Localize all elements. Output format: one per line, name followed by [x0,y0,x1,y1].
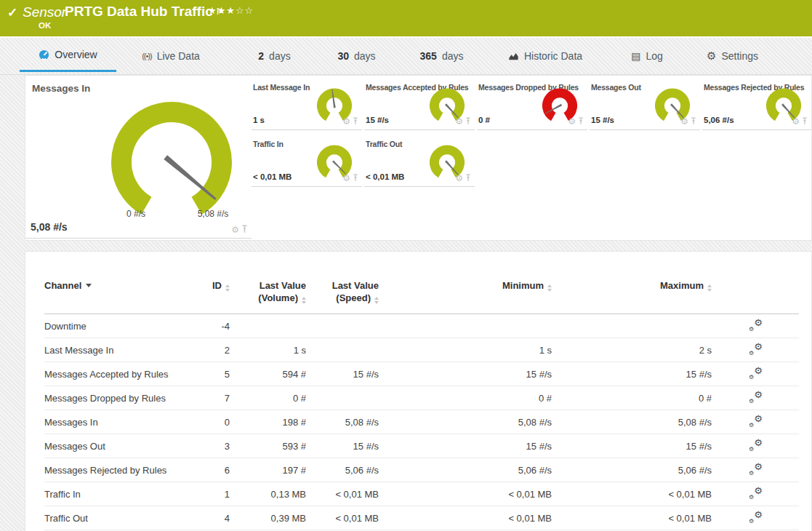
sort-icon [547,284,552,292]
table-row[interactable]: Messages In 0 198 # 5,08 #/s 5,08 #/s 5,… [44,410,799,434]
table-row[interactable]: Messages Rejected by Rules 6 197 # 5,06 … [44,458,799,482]
channel-settings-icon[interactable]: ⚙⚙ [748,391,763,403]
last-value-speed: 5,06 #/s [306,458,379,482]
gauge-value: 15 #/s [366,116,389,124]
last-value-volume: 197 # [230,458,306,482]
gauge-cell-messages-dropped[interactable]: Messages Dropped by Rules 0 # ⚙ [477,76,587,130]
channel-gear-icon[interactable]: ⚙ [680,117,688,126]
minimum-value: 15 #/s [379,434,552,458]
maximum-value: < 0,01 MB [552,506,712,530]
column-header-channel[interactable]: Channel [44,279,186,314]
table-row[interactable]: Messages Out 3 593 # 15 #/s 15 #/s 15 #/… [44,434,799,458]
tab-30-days[interactable]: 30days [322,39,391,72]
channel-settings-icon[interactable]: ⚙⚙ [748,463,763,475]
tab-historic-data[interactable]: Historic Data [502,39,589,72]
column-label-2: (Speed) [336,292,371,303]
column-label: Last Value [260,280,306,291]
status-check-icon: ✓ [7,5,17,20]
channel-gear-icon[interactable]: ⚙ [455,174,463,183]
column-header-last-value-speed[interactable]: Last Value(Speed) [306,279,379,314]
pin-icon[interactable] [353,172,358,185]
channel-id: 6 [186,458,230,482]
gauge-title: Last Message In [253,83,310,92]
channel-id: 1 [186,482,230,506]
last-value-speed: < 0,01 MB [306,482,379,506]
table-row[interactable]: Messages Accepted by Rules 5 594 # 15 #/… [44,362,799,386]
tab-log[interactable]: ▤Log [614,39,680,72]
gauge-cell-traffic-in[interactable]: Traffic In < 0,01 MB ⚙ [252,130,362,187]
last-value-volume: 0,39 MB [230,506,306,530]
tab-label: days [442,50,464,62]
gauge-cell-messages-out[interactable]: Messages Out 15 #/s ⚙ [590,76,700,130]
gauge-value: < 0,01 MB [366,172,404,181]
channel-name: Messages In [44,410,186,434]
tab-bar: Overview ((•))Live Data 2days 30days 365… [0,39,812,75]
minimum-value: < 0,01 MB [379,482,552,506]
rating-stars[interactable]: ★★★☆☆ [208,5,254,16]
gauge-cell-messages-rejected[interactable]: Messages Rejected by Rules 5,06 #/s ⚙ [702,76,811,130]
channel-gear-icon[interactable]: ⚙ [792,117,800,126]
gauge-cell-last-message-in[interactable]: Last Message In 1 s ⚙ [252,76,362,130]
channel-id: 2 [186,338,230,362]
channel-name: Traffic In [44,482,186,506]
minimum-value: 5,06 #/s [379,458,552,482]
gauge-value: 5,06 #/s [704,116,734,124]
gauge-value: 15 #/s [591,116,614,124]
gauge-cell-traffic-out[interactable]: Traffic Out < 0,01 MB ⚙ [364,130,475,187]
table-row[interactable]: Traffic Out 4 0,39 MB < 0,01 MB < 0,01 M… [44,506,799,530]
table-row[interactable]: Last Message In 2 1 s 1 s 2 s ⚙⚙ [44,338,799,362]
channel-name: Traffic Out [44,506,186,530]
tab-number: 365 [420,50,437,62]
channel-name: Last Message In [44,338,186,362]
column-header-last-value-volume[interactable]: Last Value(Volume) [230,279,306,314]
pin-icon[interactable] [578,115,584,128]
channel-settings-icon[interactable]: ⚙⚙ [748,487,763,499]
channel-gear-icon[interactable]: ⚙ [455,117,463,126]
channel-gear-icon[interactable]: ⚙ [342,117,350,126]
gauge-scale-min: 0 #/s [110,209,161,219]
column-header-minimum[interactable]: Minimum [379,279,552,314]
channel-table-panel: Channel ID Last Value(Volume) Last Value… [25,251,812,531]
gauge-title: Traffic Out [366,140,402,148]
minimum-value: 1 s [379,338,552,362]
pin-icon[interactable] [353,115,358,128]
maximum-value: 15 #/s [552,362,712,386]
gauge-title: Traffic In [253,140,284,148]
table-row[interactable]: Downtime -4 ⚙⚙ [44,314,799,338]
gauge-cell-messages-in[interactable]: Messages In 0 #/s 5,08 #/s 5,08 #/s ⚙ [25,76,252,239]
channel-settings-icon[interactable]: ⚙⚙ [748,319,763,331]
tab-365-days[interactable]: 365days [407,39,476,72]
pin-icon[interactable] [465,115,471,128]
table-row[interactable]: Messages Dropped by Rules 7 0 # 0 # 0 # … [44,386,799,410]
channel-settings-icon[interactable]: ⚙⚙ [748,415,763,427]
channel-id: 3 [186,434,230,458]
pin-icon[interactable] [241,223,248,236]
channel-settings-icon[interactable]: ⚙⚙ [748,511,763,523]
tab-2-days[interactable]: 2days [240,39,309,72]
tab-live-data[interactable]: ((•))Live Data [127,39,214,72]
pin-icon[interactable] [691,115,696,128]
channel-gear-icon[interactable]: ⚙ [342,174,350,183]
column-header-id[interactable]: ID [186,279,230,314]
gauge-cell-messages-accepted[interactable]: Messages Accepted by Rules 15 #/s ⚙ [364,76,475,130]
pin-icon[interactable] [802,115,808,128]
channel-settings-icon[interactable]: ⚙⚙ [748,343,763,355]
last-value-speed: 15 #/s [306,362,379,386]
channel-settings-icon[interactable]: ⚙⚙ [748,439,763,451]
pin-icon[interactable] [465,172,471,185]
channel-gear-icon[interactable]: ⚙ [231,225,239,234]
tab-overview[interactable]: Overview [20,39,116,72]
column-label: Minimum [502,280,544,291]
last-value-speed [306,314,379,338]
channel-gear-icon[interactable]: ⚙ [568,117,576,126]
column-header-maximum[interactable]: Maximum [552,279,712,314]
channel-settings-icon[interactable]: ⚙⚙ [748,367,763,379]
last-value-speed: 15 #/s [306,434,379,458]
column-label: Channel [44,280,81,291]
sort-icon [374,297,379,304]
gauge[interactable] [106,90,237,221]
tab-settings[interactable]: ⚙Settings [694,39,771,72]
maximum-value: 5,08 #/s [552,410,712,434]
table-row[interactable]: Traffic In 1 0,13 MB < 0,01 MB < 0,01 MB… [44,482,799,506]
sort-icon [225,284,230,292]
